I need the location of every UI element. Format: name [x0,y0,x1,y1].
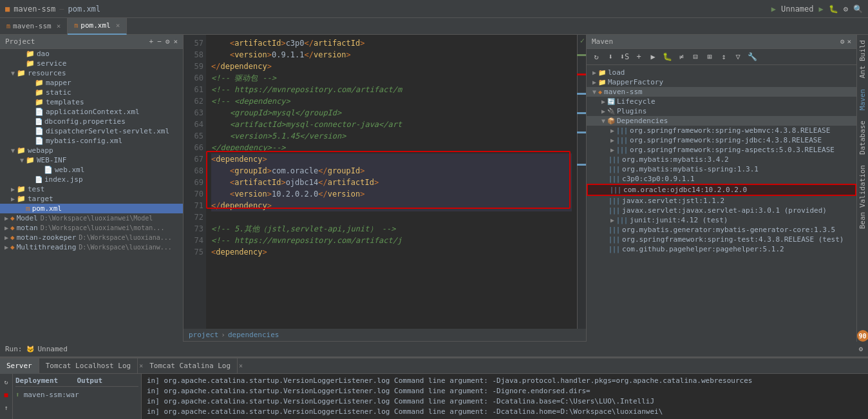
sidebar-item-multithreading[interactable]: ▶ ◆ Multithreading D:\Workspace\luoxianw… [0,242,183,252]
checkmark-icon: ✓ [580,36,585,45]
maven-item-spring-test[interactable]: ||| org.springframework:spring-test:4.3.… [587,235,856,244]
sidebar-item-motan[interactable]: ▶ ◆ motan D:\Workspace\luoxianwei\motan.… [0,223,183,233]
sidebar-item-target[interactable]: ▶ 📁 target [0,194,183,204]
debug-button[interactable]: 🐛 [829,5,838,14]
maven-item-plugins[interactable]: ▶ 🔌 Plugins [587,106,856,116]
maven-settings-button[interactable]: ⚙ [840,37,845,46]
stop-button[interactable]: ■ [1,389,12,400]
maven-run-button[interactable]: ▶ [647,51,659,63]
run-icon: 🐱 [26,346,34,353]
maven-item-spring-aspects[interactable]: ▶ ||| org.springframework:spring-aspects… [587,145,856,155]
maven-side-tab[interactable]: Maven [856,84,868,115]
sidebar-item-motan-zookeper[interactable]: ▶ ◆ motan-zookeper D:\Workspace\luoxiana… [0,233,183,242]
maven-item-pagehelper[interactable]: ||| com.github.pagehelper:pagehelper:5.1… [587,244,856,254]
ant-build-tab[interactable]: Ant Build [856,35,868,84]
sidebar-item-static[interactable]: 📁 static [0,88,183,97]
sidebar-item-pomxml[interactable]: m pom.xml [0,204,183,213]
maven-item-mavenssm[interactable]: ▼ ◆ maven-ssm [587,87,856,97]
sidebar-item-dbconfig[interactable]: 📄 dbconfig.properties [0,117,183,126]
sidebar-item-indexjsp[interactable]: 📄 index.jsp [0,175,183,184]
close-sidebar-button[interactable]: × [173,37,178,46]
tab-server[interactable]: Server [0,358,39,374]
deploy-icon: ⬆ [15,391,20,399]
code-area[interactable]: <artifactId>c3p0</artifactId> <version>0… [206,35,577,329]
sidebar-item-model[interactable]: ▶ ◆ Model D:\Workspace\luoxianwei\Model [0,213,183,223]
maven-filter-button[interactable]: ▽ [732,51,744,63]
maven-item-spring-webmvc[interactable]: ▶ ||| org.springframework:spring-webmvc:… [587,126,856,135]
folder-icon: 📁 [17,185,26,193]
maven-item-ojdbc14[interactable]: ||| com.oracle:ojdbc14:10.2.0.2.0 [587,184,856,196]
search-button[interactable]: 🔍 [853,5,863,14]
sidebar-item-mapper[interactable]: 📁 mapper [0,78,183,88]
settings-sidebar-button[interactable]: ⚙ [165,37,170,46]
sidebar-item-webapp[interactable]: ▼ 📁 webapp [0,146,183,155]
tab-tomcat-localhost[interactable]: Tomcat Localhost Log [39,358,138,374]
project-tab-close[interactable]: × [57,22,61,30]
maven-run-debug-button[interactable]: 🐛 [661,51,673,63]
scroll-up-button[interactable]: ↑ [1,402,12,413]
title-bar-left: ■ maven-ssm – pom.xml [5,5,100,14]
sidebar-item-dao[interactable]: 📁 dao [0,49,183,59]
folder-icon: ◆ [10,214,15,222]
restart-button[interactable]: ↻ [1,376,12,387]
sidebar-item-service[interactable]: 📁 service [0,59,183,68]
breadcrumb-item-dependencies[interactable]: dependencies [228,331,279,339]
file-tab[interactable]: m pom.xml × [68,18,127,35]
maven-item-mybatis-spring[interactable]: ||| org.mybatis:mybatis-spring:1.3.1 [587,164,856,174]
maven-item-servlet-api[interactable]: ||| javax.servlet:javax.servlet-api:3.0.… [587,206,856,215]
motan-zk-path: D:\Workspace\luoxiana... [79,234,172,241]
sidebar-item-label: dbconfig.properties [44,117,126,126]
tab-tomcat-catalina[interactable]: Tomcat Catalina Log [143,358,238,374]
maven-skip-tests-button[interactable]: ≠ [675,51,687,63]
file-icon: 📄 [35,176,42,183]
maven-item-junit[interactable]: ▶ ||| junit:junit:4.12 (test) [587,215,856,225]
project-icon: ◆ [598,88,602,95]
maven-collapse-button[interactable]: ⊟ [690,51,701,63]
sidebar-item-templates[interactable]: 📁 templates [0,97,183,107]
deployment-name: maven-ssm:war [24,391,79,399]
sidebar-item-mybatisconfig[interactable]: 📄 mybatis-config.xml [0,136,183,146]
collapse-button[interactable]: − [157,37,162,46]
breadcrumb-item-project[interactable]: project [189,331,218,339]
maven-expand-button[interactable]: ⊞ [704,51,715,63]
sidebar-item-resources[interactable]: ▼ 📁 resources [0,68,183,78]
maven-close-button[interactable]: × [847,37,851,46]
maven-item-mapperfactory[interactable]: ▶ 📁 MapperFactory [587,77,856,87]
maven-item-lifecycle[interactable]: ▶ 🔄 Lifecycle [587,97,856,106]
database-tab[interactable]: Database [856,115,868,160]
maven-refresh-button[interactable]: ↻ [590,51,602,63]
maven-item-load[interactable]: ▶ 📁 load [587,68,856,77]
maven-item-jstl[interactable]: ||| javax.servlet:jstl:1.1.2 [587,196,856,206]
run-settings-button[interactable]: ⚙ [858,345,863,353]
scroll-down-button[interactable]: ↓ [1,415,12,419]
maven-item-mybatis[interactable]: ||| org.mybatis:mybatis:3.4.2 [587,155,856,164]
sidebar-item-dispatcherservlet[interactable]: 📄 dispatcherServlet-servlet.xml [0,126,183,136]
bean-validation-tab[interactable]: Bean Validation [856,160,868,234]
close-tab-2[interactable]: × [239,362,243,369]
maven-download-button[interactable]: ⬇ [605,51,616,63]
maven-item-label: maven-ssm [604,88,643,96]
maven-item-spring-jdbc[interactable]: ▶ ||| org.springframework:spring-jdbc:4.… [587,135,856,145]
folder-icon: 📁 [598,79,606,86]
add-button[interactable]: + [149,37,154,46]
sidebar-item-test[interactable]: ▶ 📁 test [0,184,183,194]
settings-button[interactable]: ⚙ [844,5,848,14]
code-line-63: <groupId>mysql</groupId> [211,107,572,119]
log-output-panel[interactable]: in] org.apache.catalina.startup.VersionL… [142,374,868,419]
sidebar-item-webxml[interactable]: 📄 web.xml [0,165,183,175]
maven-item-mybatis-generator[interactable]: ||| org.mybatis.generator:mybatis-genera… [587,225,856,235]
arrow-icon: ▶ [590,69,598,76]
breadcrumb: project › dependencies [184,329,586,342]
project-tab[interactable]: m maven-ssm × [0,18,68,35]
maven-download-sources-button[interactable]: ⬇S [619,51,630,63]
maven-item-dependencies[interactable]: ▼ 📦 Dependencies [587,116,856,126]
maven-wrench-button[interactable]: 🔧 [746,51,758,63]
file-tab-close[interactable]: × [116,21,120,30]
maven-toggle-button[interactable]: ↕ [718,51,730,63]
sidebar-item-webinf[interactable]: ▼ 📁 WEB-INF [0,155,183,165]
maven-item-c3p0[interactable]: ||| c3p0:c3p0:0.9.1.1 [587,174,856,184]
notification-badge[interactable]: 90 [857,330,869,342]
maven-add-button[interactable]: + [633,51,645,63]
run-button[interactable]: ▶ [819,5,824,14]
sidebar-item-applicationcontext[interactable]: 📄 applicationContext.xml [0,107,183,117]
